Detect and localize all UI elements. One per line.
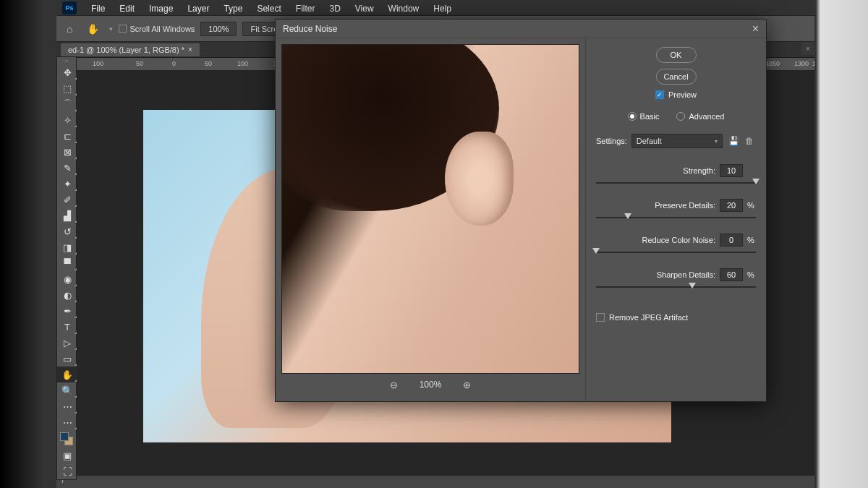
blur-tool[interactable]: ◉ — [57, 271, 77, 287]
clone-stamp-tool[interactable]: ▟ — [57, 207, 77, 223]
color-label: Reduce Color Noise: — [642, 236, 716, 244]
ruler-mark: 100 — [93, 60, 103, 67]
strength-slider[interactable] — [596, 179, 756, 189]
menu-filter[interactable]: Filter — [289, 2, 323, 15]
menu-view[interactable]: View — [348, 2, 381, 15]
close-icon[interactable]: × — [752, 22, 759, 35]
brush-tool[interactable]: ✐ — [57, 192, 77, 207]
home-icon[interactable]: ⌂ — [62, 23, 77, 35]
delete-preset-icon[interactable]: 🗑 — [743, 134, 756, 147]
settings-label: Settings: — [596, 137, 627, 145]
menu-window[interactable]: Window — [381, 2, 427, 15]
color-swatches[interactable] — [60, 432, 73, 445]
reduce-noise-dialog: Reduce Noise × ⊖ 100% ⊕ OK Cancel ✓ Prev… — [275, 19, 767, 402]
scroll-all-windows-checkbox[interactable]: Scroll All Windows — [119, 25, 195, 33]
quick-mask-tool[interactable]: ▣ — [57, 448, 77, 463]
gradient-tool[interactable]: ▀ — [57, 255, 77, 271]
sharpen-unit: % — [747, 270, 756, 279]
sharpen-label: Sharpen Details: — [657, 270, 715, 279]
preview-label: Preview — [668, 90, 697, 99]
basic-mode-radio[interactable]: Basic — [628, 112, 660, 121]
crop-tool[interactable]: ⊏ — [57, 128, 77, 144]
zoom-tool[interactable]: 🔍 — [57, 382, 77, 398]
lasso-tool[interactable]: ⌒ — [57, 96, 77, 112]
photoshop-logo-icon[interactable]: Ps — [62, 1, 77, 14]
preserve-unit: % — [747, 201, 756, 210]
magic-wand-tool[interactable]: ✧ — [57, 112, 77, 128]
menu-select[interactable]: Select — [250, 2, 288, 15]
menu-file[interactable]: File — [84, 2, 112, 15]
preserve-slider[interactable] — [596, 213, 756, 223]
type-tool[interactable]: T — [57, 319, 77, 335]
color-unit: % — [747, 236, 756, 244]
menu-image[interactable]: Image — [142, 2, 180, 15]
ruler-mark: 11 — [812, 60, 814, 67]
strength-label: Strength: — [683, 166, 715, 175]
status-bar: 7 — [56, 476, 814, 488]
pen-tool[interactable]: ✒ — [57, 303, 77, 319]
more-tools[interactable]: ⋯ — [57, 398, 77, 414]
ok-button[interactable]: OK — [656, 47, 697, 63]
menu-help[interactable]: Help — [426, 2, 459, 15]
preserve-field[interactable]: 20 — [720, 199, 743, 212]
path-selection-tool[interactable]: ▷ — [57, 335, 77, 351]
hand-tool[interactable]: ✋ — [57, 367, 77, 382]
frame-tool[interactable]: ⊠ — [57, 144, 77, 160]
close-tab-icon[interactable]: × — [188, 46, 192, 53]
menu-bar: Ps FileEditImageLayerTypeSelectFilter3DV… — [56, 0, 814, 16]
foreground-color-swatch[interactable] — [60, 432, 69, 441]
advanced-mode-radio[interactable]: Advanced — [676, 112, 724, 121]
zoom-out-icon[interactable]: ⊖ — [390, 380, 398, 390]
menu-layer[interactable]: Layer — [180, 2, 216, 15]
remove-jpeg-checkbox[interactable] — [596, 313, 605, 322]
sharpen-slider[interactable] — [596, 283, 756, 293]
ruler-mark: 0 — [172, 60, 176, 67]
ruler-mark: 1050 — [765, 60, 780, 67]
dialog-title-bar[interactable]: Reduce Noise × — [276, 20, 766, 38]
zoom-level: 100% — [420, 380, 442, 390]
save-preset-icon[interactable]: 💾 — [727, 134, 740, 147]
preview-checkbox[interactable]: ✓ — [655, 90, 664, 99]
healing-brush-tool[interactable]: ✦ — [57, 176, 77, 192]
ruler-mark: 100 — [237, 60, 248, 67]
ruler-mark: 1300 — [794, 60, 809, 67]
ruler-mark: 50 — [136, 60, 143, 67]
edit-toolbar[interactable]: ⋯ — [57, 414, 77, 430]
sharpen-field[interactable]: 60 — [720, 268, 743, 281]
screen-mode-tool[interactable]: ⛶ — [57, 463, 77, 479]
tool-preset-dropdown-icon[interactable]: ▾ — [109, 25, 113, 33]
menu-type[interactable]: Type — [216, 2, 250, 15]
history-brush-tool[interactable]: ↺ — [57, 223, 77, 239]
menu-edit[interactable]: Edit — [112, 2, 142, 15]
hand-tool-icon[interactable]: ✋ — [82, 23, 103, 35]
marquee-tool[interactable]: ⬚ — [57, 80, 77, 96]
tools-panel: ›› ✥⬚⌒✧⊏⊠✎✦✐▟↺◨▀◉◐✒T▷▭✋🔍⋯⋯ ▣ ⛶ — [56, 56, 77, 480]
settings-preset-select[interactable]: Default▾ — [631, 134, 723, 148]
zoom-field[interactable]: 100% — [200, 22, 237, 36]
move-tool[interactable]: ✥ — [57, 64, 77, 80]
dodge-tool[interactable]: ◐ — [57, 287, 77, 303]
collapse-panels-icon[interactable]: × — [801, 42, 814, 55]
remove-jpeg-label: Remove JPEG Artifact — [609, 313, 688, 322]
preserve-label: Preserve Details: — [655, 201, 715, 210]
color-slider[interactable] — [596, 248, 756, 258]
strength-field[interactable]: 10 — [720, 164, 743, 177]
menu-3d[interactable]: 3D — [322, 2, 347, 15]
rectangle-tool[interactable]: ▭ — [57, 351, 77, 367]
zoom-in-icon[interactable]: ⊕ — [463, 380, 471, 390]
filter-preview[interactable] — [281, 44, 579, 374]
eraser-tool[interactable]: ◨ — [57, 239, 77, 255]
document-tab[interactable]: ed-1 @ 100% (Layer 1, RGB/8) * × — [61, 43, 200, 56]
cancel-button[interactable]: Cancel — [656, 69, 697, 85]
eyedropper-tool[interactable]: ✎ — [57, 160, 77, 176]
toolbar-grip[interactable]: ›› — [57, 57, 76, 64]
color-field[interactable]: 0 — [720, 234, 743, 247]
ruler-mark: 50 — [205, 60, 212, 67]
